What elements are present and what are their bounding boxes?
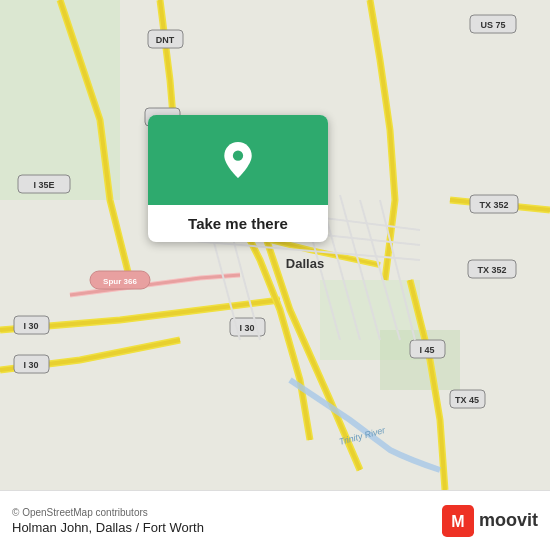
- moovit-icon: M: [442, 505, 474, 537]
- moovit-text: moovit: [479, 510, 538, 531]
- osm-credit: © OpenStreetMap contributors: [12, 507, 204, 518]
- bottom-bar: © OpenStreetMap contributors Holman John…: [0, 490, 550, 550]
- take-me-there-button[interactable]: Take me there: [148, 205, 328, 242]
- svg-text:I 30: I 30: [239, 323, 254, 333]
- take-me-there-card[interactable]: Take me there: [148, 115, 328, 242]
- bottom-left-info: © OpenStreetMap contributors Holman John…: [12, 507, 204, 535]
- location-pin-icon: [220, 142, 256, 178]
- map-container: I 35E DNT DNT US 75 TX 352 TX 352 I 30 I…: [0, 0, 550, 490]
- svg-text:I 35E: I 35E: [33, 180, 54, 190]
- svg-rect-1: [0, 0, 120, 200]
- svg-text:M: M: [451, 512, 464, 529]
- svg-text:TX 352: TX 352: [477, 265, 506, 275]
- svg-text:I 30: I 30: [23, 321, 38, 331]
- svg-rect-3: [380, 330, 460, 390]
- moovit-logo: M moovit: [442, 505, 538, 537]
- svg-text:Dallas: Dallas: [286, 256, 324, 271]
- svg-text:TX 352: TX 352: [479, 200, 508, 210]
- svg-text:TX 45: TX 45: [455, 395, 479, 405]
- location-name: Holman John, Dallas / Fort Worth: [12, 520, 204, 535]
- svg-text:US 75: US 75: [480, 20, 505, 30]
- map-background: I 35E DNT DNT US 75 TX 352 TX 352 I 30 I…: [0, 0, 550, 490]
- svg-text:I 45: I 45: [419, 345, 434, 355]
- svg-text:Spur 366: Spur 366: [103, 277, 137, 286]
- card-green-area: [148, 115, 328, 205]
- svg-text:DNT: DNT: [156, 35, 175, 45]
- svg-text:I 30: I 30: [23, 360, 38, 370]
- svg-point-40: [233, 151, 243, 161]
